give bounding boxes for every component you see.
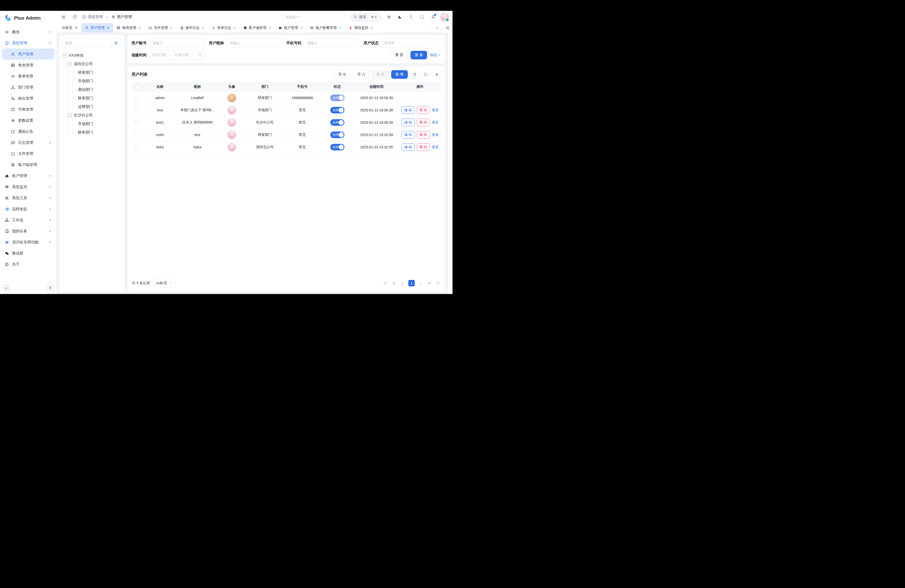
more-button[interactable]: 更多 — [432, 145, 439, 149]
status-toggle[interactable]: 启用 — [330, 107, 345, 113]
close-icon[interactable]: ✕ — [268, 26, 272, 30]
tree-leaf[interactable]: 市场部门 — [73, 119, 121, 128]
select-all-checkbox[interactable] — [135, 84, 139, 89]
sidebar-item-wechat-group[interactable]: 微信群 — [2, 248, 54, 259]
tree-node[interactable]: 长沙分公司 — [68, 111, 121, 119]
row-checkbox[interactable] — [135, 108, 139, 113]
dark-mode-moon-icon[interactable] — [396, 13, 404, 21]
close-icon[interactable]: ✕ — [138, 26, 141, 30]
more-button[interactable]: 更多 — [432, 132, 439, 137]
status-toggle[interactable]: 启用 — [330, 132, 345, 138]
hamburger-menu-icon[interactable] — [60, 13, 67, 21]
breadcrumb-user-management[interactable]: 用户管理 — [111, 14, 132, 19]
delete-row-button[interactable]: 删 除 — [417, 119, 430, 126]
tree-collapse-icon[interactable] — [62, 53, 67, 57]
nickname-input[interactable] — [229, 41, 279, 45]
status-select[interactable]: 请选择 — [381, 38, 437, 48]
sidebar-item-role-management[interactable]: 角色管理 — [2, 60, 54, 71]
sidebar-item-workflow[interactable]: 工作流 — [2, 215, 54, 226]
sidebar-item-user-management[interactable]: 用户管理 — [2, 49, 54, 60]
fullscreen-icon[interactable] — [418, 13, 426, 21]
prev-5-pages-button[interactable] — [391, 280, 396, 286]
edit-button[interactable]: 编 辑 — [402, 131, 415, 138]
delete-button[interactable]: 删 除 — [372, 70, 389, 79]
user-avatar[interactable] — [440, 13, 449, 21]
tab-login-log[interactable]: 登录日志✕ — [208, 23, 240, 32]
table-fullscreen-button[interactable] — [421, 70, 430, 79]
scrollbar-track[interactable] — [448, 32, 452, 294]
tab-file-management[interactable]: 文件管理✕ — [145, 23, 176, 32]
edit-button[interactable]: 编 辑 — [402, 119, 415, 126]
tab-cache-monitor[interactable]: redis缓存监控✕ — [345, 23, 377, 32]
phone-input[interactable] — [307, 41, 356, 45]
global-search-button[interactable]: 搜索 ⌘ K — [350, 13, 382, 22]
tab-operation-log[interactable]: 操作日志✕ — [176, 23, 208, 32]
edit-button[interactable]: 编 辑 — [402, 143, 415, 151]
close-icon[interactable]: ✕ — [170, 26, 173, 30]
sidebar-item-dept-management[interactable]: 部门管理 — [2, 82, 54, 93]
last-page-button[interactable] — [435, 280, 440, 286]
export-button[interactable]: 导 出 — [334, 70, 351, 79]
sidebar-item-about[interactable]: 关于 — [2, 259, 54, 270]
settings-gear-icon[interactable] — [385, 13, 393, 21]
import-button[interactable]: 导 入 — [353, 70, 370, 79]
translate-icon[interactable]: 文A — [407, 13, 415, 21]
next-page-button[interactable] — [418, 280, 423, 286]
sidebar-item-demo-features[interactable]: 演示站专用功能 — [2, 237, 54, 248]
status-toggle[interactable]: 启用 — [330, 119, 345, 126]
table-settings-button[interactable] — [432, 70, 441, 79]
row-checkbox[interactable] — [135, 95, 139, 100]
tree-search-input[interactable] — [63, 39, 111, 47]
tab-analysis[interactable]: 分析页 — [58, 23, 81, 32]
tree-leaf[interactable]: 财务部门 — [73, 128, 121, 137]
tenant-select-input[interactable] — [282, 13, 346, 22]
collapse-filters-link[interactable]: 收起 — [430, 53, 441, 57]
tree-collapse-icon[interactable] — [68, 62, 71, 66]
tree-leaf[interactable]: 财务部门 — [73, 94, 121, 102]
page-number-button[interactable]: 1 — [408, 280, 415, 286]
tree-leaf[interactable]: 市场部门 — [73, 77, 121, 85]
notifications-bell-icon[interactable] — [429, 13, 437, 21]
tree-node[interactable]: 深圳总公司 — [68, 60, 121, 68]
status-toggle[interactable]: 启用 — [330, 95, 345, 101]
close-icon[interactable]: ✕ — [106, 26, 110, 30]
status-toggle[interactable]: 启用 — [330, 144, 345, 150]
delete-row-button[interactable]: 删 除 — [417, 106, 430, 114]
search-button[interactable]: 搜 索 — [411, 51, 427, 59]
sidebar-item-dict-management[interactable]: 字典管理 — [2, 104, 54, 115]
page-size-select[interactable]: 10条/页 ▼ — [153, 279, 175, 288]
tree-collapse-icon[interactable] — [68, 113, 71, 117]
close-icon[interactable]: ✕ — [370, 26, 373, 30]
refresh-page-icon[interactable] — [71, 13, 78, 21]
next-5-pages-button[interactable] — [427, 280, 432, 286]
edit-button[interactable]: 编 辑 — [402, 106, 415, 114]
add-button[interactable]: 新 增 — [391, 70, 408, 79]
date-range-picker[interactable]: 开始日期 → 结束日期 — [149, 51, 204, 60]
sidebar-item-post-management[interactable]: 岗位管理 — [2, 93, 54, 104]
sidebar-item-log-management[interactable]: DEV日志管理 — [2, 137, 54, 148]
account-input[interactable] — [152, 41, 202, 45]
sidebar-pin-button[interactable] — [46, 284, 54, 292]
sidebar-item-file-management[interactable]: 文件管理 — [2, 148, 54, 159]
close-icon[interactable]: ✕ — [233, 26, 236, 30]
sidebar-item-menu-management[interactable]: 菜单管理 — [2, 71, 54, 82]
sidebar-item-process-start[interactable]: 流程发起 — [2, 203, 54, 215]
tree-refresh-icon[interactable] — [111, 39, 121, 47]
tab-tenant-management[interactable]: 租户管理✕ — [275, 23, 306, 32]
sidebar-item-system-management[interactable]: 系统管理 — [2, 38, 54, 49]
close-icon[interactable]: ✕ — [300, 26, 303, 30]
sidebar-item-overview[interactable]: 概览 — [2, 26, 54, 38]
sidebar-item-param-settings[interactable]: 参数设置 — [2, 115, 54, 126]
row-checkbox[interactable] — [135, 120, 139, 125]
breadcrumb-system-management[interactable]: 系统管理 — [82, 14, 103, 19]
delete-row-button[interactable]: 删 除 — [417, 131, 430, 138]
tab-tenant-package[interactable]: 租户套餐管理✕ — [306, 23, 345, 32]
tab-user-management[interactable]: 用户管理✕ — [81, 23, 113, 32]
tree-leaf[interactable]: 运维部门 — [73, 102, 121, 111]
tree-leaf[interactable]: 测试部门 — [73, 85, 121, 94]
tabs-dropdown-button[interactable] — [432, 23, 442, 32]
more-button[interactable]: 更多 — [432, 120, 439, 125]
pin-icon[interactable] — [74, 26, 78, 30]
sidebar-item-client-management[interactable]: 客户端管理 — [2, 159, 54, 170]
tab-client-management[interactable]: 客户端管理✕ — [240, 23, 275, 32]
